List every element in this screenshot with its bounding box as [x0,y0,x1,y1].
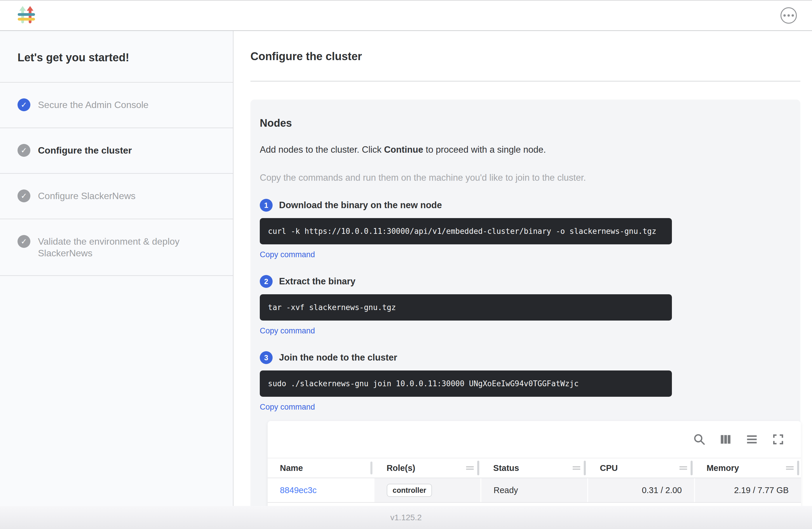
sidebar-item-label: Configure the cluster [38,144,132,156]
node-name-link[interactable]: 8849ec3c [280,486,317,495]
step-title: Extract the binary [279,276,356,287]
status-text: Ready [494,486,518,495]
step-number-badge: 3 [260,351,273,364]
column-drag-icon[interactable] [785,466,794,471]
join-step-2: 2 Extract the binary tar -xvf slackernew… [260,275,791,335]
sidebar-item-validate-deploy[interactable]: ✓ Validate the environment & deploy Slac… [0,219,233,276]
sidebar-item-configure-cluster[interactable]: ✓ Configure the cluster [0,128,233,174]
check-circle-icon: ✓ [17,235,30,248]
table-toolbar [267,421,801,458]
ellipsis-dot [792,14,794,17]
cpu-value: 0.31 / 2.00 [642,486,682,495]
column-label: CPU [600,463,618,473]
join-hint-text: Copy the commands and run them on the ma… [260,173,791,183]
density-icon[interactable] [745,433,758,446]
step-number-badge: 2 [260,275,273,288]
intro-text: Add nodes to the cluster. Click [260,144,384,155]
column-label: Name [280,463,303,473]
nodes-heading: Nodes [260,117,791,129]
sidebar-item-label: Secure the Admin Console [38,99,148,111]
check-circle-icon: ✓ [17,144,30,157]
memory-value: 2.19 / 7.77 GB [734,486,789,495]
slackernews-logo-icon [17,5,38,26]
intro-text: to proceed with a single node. [423,144,546,155]
column-resize-handle[interactable] [691,461,693,475]
nodes-table-panel: Name Role(s) Status [267,421,801,506]
cell-memory: 2.19 / 7.77 GB [694,478,801,502]
join-step-3: 3 Join the node to the cluster sudo ./sl… [260,351,791,412]
version-text: v1.125.2 [390,513,421,522]
sidebar-item-label: Configure SlackerNews [38,190,135,202]
cell-roles: controller [374,478,480,502]
check-circle-icon: ✓ [17,189,30,202]
ellipsis-dot [783,14,786,17]
column-label: Memory [707,463,739,473]
sidebar-title: Let's get you started! [0,31,233,83]
column-label: Status [493,463,519,473]
column-drag-icon[interactable] [572,466,581,471]
column-drag-icon[interactable] [679,466,688,471]
title-divider [250,81,800,82]
main-content: Configure the cluster Nodes Add nodes to… [233,31,812,506]
check-circle-icon: ✓ [17,98,30,111]
page-title: Configure the cluster [250,50,800,63]
command-code-block: curl -k https://10.0.0.11:30000/api/v1/e… [260,218,672,244]
sidebar-item-secure-admin-console[interactable]: ✓ Secure the Admin Console [0,83,233,128]
sidebar-item-configure-slackernews[interactable]: ✓ Configure SlackerNews [0,174,233,219]
ellipsis-dot [787,14,790,17]
table-row: 8849ec3c controller Ready 0.31 / 2.00 2.… [267,478,801,503]
column-header-roles[interactable]: Role(s) [374,458,481,477]
column-header-name[interactable]: Name [267,458,374,477]
version-footer: v1.125.2 [0,506,812,529]
table-footer-spacer [267,503,801,506]
cell-name: 8849ec3c [267,478,374,502]
column-resize-handle[interactable] [797,461,799,475]
column-resize-handle[interactable] [477,461,479,475]
top-bar [0,0,812,31]
overflow-menu-button[interactable] [781,7,797,24]
column-drag-icon[interactable] [466,466,474,471]
column-resize-handle[interactable] [584,461,586,475]
intro-continue-word: Continue [384,144,423,155]
cell-cpu: 0.31 / 2.00 [587,478,694,502]
cell-status: Ready [480,478,587,502]
step-number-badge: 1 [260,199,273,212]
nodes-intro: Add nodes to the cluster. Click Continue… [260,144,791,155]
step-title: Join the node to the cluster [279,352,397,363]
column-header-cpu[interactable]: CPU [588,458,694,477]
copy-command-link[interactable]: Copy command [260,326,315,335]
column-header-memory[interactable]: Memory [694,458,801,477]
copy-command-link[interactable]: Copy command [260,250,315,259]
step-title: Download the binary on the new node [279,200,442,211]
nodes-card: Nodes Add nodes to the cluster. Click Co… [250,100,800,506]
setup-steps-sidebar: Let's get you started! ✓ Secure the Admi… [0,31,233,506]
join-step-1: 1 Download the binary on the new node cu… [260,199,791,259]
command-code-block: tar -xvf slackernews-gnu.tgz [260,294,672,320]
table-header-row: Name Role(s) Status [267,458,801,478]
column-header-status[interactable]: Status [481,458,588,477]
role-badge: controller [387,484,432,497]
column-resize-handle[interactable] [371,461,373,474]
fullscreen-icon[interactable] [772,433,785,446]
column-label: Role(s) [387,463,415,473]
show-hide-columns-icon[interactable] [719,433,732,446]
command-code-block: sudo ./slackernews-gnu join 10.0.0.11:30… [260,371,672,397]
search-icon[interactable] [693,433,706,446]
sidebar-item-label: Validate the environment & deploy Slacke… [38,235,201,259]
copy-command-link[interactable]: Copy command [260,403,315,412]
